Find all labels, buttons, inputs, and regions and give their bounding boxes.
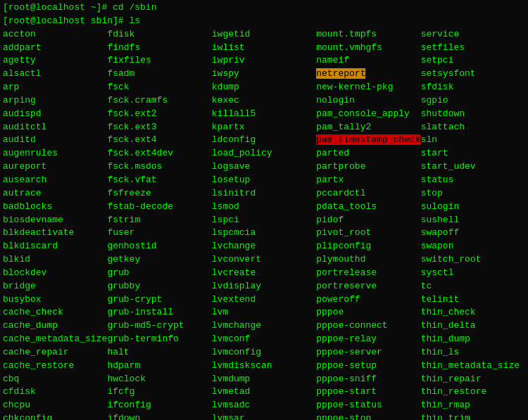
table-row: blockdev grub lvcreate portrelease sysct… (3, 267, 525, 280)
list-item: lvchange (212, 240, 316, 253)
list-item: fsfreeze (107, 187, 211, 201)
table-row: auditctl fsck.ext3 kpartx pam_tally2 sla… (3, 121, 525, 134)
list-item: sulogin (421, 201, 525, 214)
list-item: lspcmcia (212, 227, 316, 240)
list-item: auditd (3, 134, 107, 147)
list-item: thin_repair (421, 373, 525, 386)
list-item: busybox (3, 293, 107, 307)
list-item: load_policy (212, 147, 316, 160)
table-row: addpart findfs iwlist mount.vmhgfs setfi… (3, 42, 525, 55)
table-row: blkdiscard genhostid lvchange plipconfig… (3, 240, 525, 253)
table-row: cache_dump grub-md5-crypt lvmchange pppo… (3, 319, 525, 333)
list-item: findfs (107, 42, 211, 55)
list-item: grub-md5-crypt (107, 319, 211, 333)
list-item: aureport (3, 160, 107, 174)
list-item: pccardctl (316, 187, 420, 201)
table-row: ausearch fsck.vfat losetup partx status (3, 174, 525, 187)
list-item: plymouthd (316, 253, 420, 267)
list-item: pppoe-setup (316, 359, 420, 373)
list-item: fsck.msdos (107, 160, 211, 174)
list-item: pppoe-server (316, 346, 420, 359)
list-item: setsysfont (421, 68, 525, 81)
list-item: addpart (3, 42, 107, 55)
list-item: portreserve (316, 280, 420, 293)
list-item: mount.tmpfs (316, 28, 420, 42)
list-item: lvconvert (212, 253, 316, 267)
list-item: pppoe-connect (316, 319, 420, 333)
list-item: stop (421, 187, 525, 201)
list-item: sushell (421, 214, 525, 227)
list-item: fsck.ext2 (107, 108, 211, 121)
list-item: lvcreate (212, 267, 316, 280)
list-item: arp (3, 81, 107, 94)
table-row: agetty fixfiles iwpriv nameif setpci (3, 54, 525, 68)
list-item: lvmchange (212, 319, 316, 333)
list-item: ldconfig (212, 134, 316, 147)
list-item: start (421, 147, 525, 160)
table-row: cache_check grub-install lvm pppoe thin_… (3, 306, 525, 319)
list-item: nameif (316, 54, 420, 68)
list-item: thin_metadata_size (421, 359, 525, 373)
list-item: parted (316, 147, 420, 160)
list-item: partprobe (316, 160, 420, 174)
table-row: cfdisk ifcfg lvmetad pppoe-start thin_re… (3, 386, 525, 399)
table-row: augenrules fsck.ext4dev load_policy part… (3, 147, 525, 160)
list-item: iwlist (212, 42, 316, 55)
list-item: pppoe (316, 306, 420, 319)
list-item: thin_check (421, 306, 525, 319)
list-item: hwclock (107, 373, 211, 386)
list-item: chkconfig (3, 412, 107, 420)
list-item: pam_timestamp_check (316, 134, 420, 147)
list-item: bridge (3, 280, 107, 293)
list-item: lvmconf (212, 333, 316, 346)
list-item: lsinitrd (212, 187, 316, 201)
table-row: accton fdisk iwgetid mount.tmpfs service (3, 28, 525, 42)
table-row: arping fsck.cramfs kexec nologin sgpio (3, 94, 525, 108)
list-item: arping (3, 94, 107, 108)
table-row: alsactl fsadm iwspy netreport setsysfont (3, 68, 525, 81)
table-row: biosdevname fstrim lspci pidof sushell (3, 214, 525, 227)
list-item: blkid (3, 253, 107, 267)
list-item: new-kernel-pkg (316, 81, 420, 94)
list-item: accton (3, 28, 107, 42)
table-row: aureport fsck.msdos logsave partprobe st… (3, 160, 525, 174)
terminal-window: [root@localhost ~]# cd /sbin [root@local… (0, 0, 528, 420)
list-item: fuser (107, 227, 211, 240)
list-item: shutdown (421, 108, 525, 121)
list-item: fsadm (107, 68, 211, 81)
list-item: augenrules (3, 147, 107, 160)
list-item: alsactl (3, 68, 107, 81)
list-item: plipconfig (316, 240, 420, 253)
list-item: autrace (3, 187, 107, 201)
list-item: setpci (421, 54, 525, 68)
pam-timestamp-highlight: pam_timestamp_check (316, 134, 420, 145)
table-row: auditd fsck.ext4 ldconfig pam_timestamp_… (3, 134, 525, 147)
list-item: sln (421, 134, 525, 147)
list-item: swapon (421, 240, 525, 253)
list-item: grub-install (107, 306, 211, 319)
table-row: cache_repair halt lvmconfig pppoe-server… (3, 346, 525, 359)
list-item: ifcfg (107, 386, 211, 399)
list-item: nologin (316, 94, 420, 108)
list-item: sfdisk (421, 81, 525, 94)
list-item: blkdeactivate (3, 227, 107, 240)
table-row: autrace fsfreeze lsinitrd pccardctl stop (3, 187, 525, 201)
list-item: ifconfig (107, 399, 211, 412)
list-item: portrelease (316, 267, 420, 280)
list-item: kexec (212, 94, 316, 108)
list-item: agetty (3, 54, 107, 68)
list-item: lvmconfig (212, 346, 316, 359)
list-item: lvmsadc (212, 399, 316, 412)
list-item: sgpio (421, 94, 525, 108)
list-item: poweroff (316, 293, 420, 307)
list-item: ausearch (3, 174, 107, 187)
list-item: thin_trim (421, 412, 525, 420)
list-item: sysctl (421, 267, 525, 280)
list-item: badblocks (3, 201, 107, 214)
list-item: lvdisplay (212, 280, 316, 293)
list-item: fsck.vfat (107, 174, 211, 187)
list-item: partx (316, 174, 420, 187)
list-item: pppoe-status (316, 399, 420, 412)
netreport-highlight: netreport (316, 68, 365, 79)
table-row: blkid getkey lvconvert plymouthd switch_… (3, 253, 525, 267)
